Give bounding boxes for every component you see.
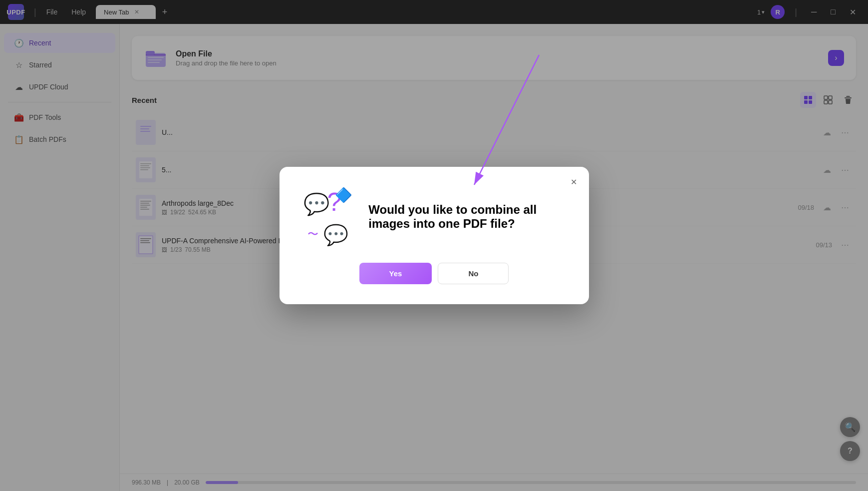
dialog-question: Would you like to combine all images int… [368, 203, 565, 231]
svg-line-37 [474, 55, 539, 185]
dialog-buttons: Yes No [303, 263, 565, 284]
dialog-text-area: Would you like to combine all images int… [368, 203, 565, 231]
dialog-illustration: 💬 ? 🔷 〜 💬 [303, 187, 353, 247]
modal-overlay: ✕ 💬 ? 🔷 〜 💬 Would you like to combine al… [0, 0, 868, 491]
dialog-close-button[interactable]: ✕ [567, 175, 581, 189]
chat-icon: 💬 [323, 223, 348, 247]
cube-icon: 🔷 [335, 187, 352, 203]
yes-button[interactable]: Yes [359, 263, 432, 284]
combine-dialog: ✕ 💬 ? 🔷 〜 💬 Would you like to combine al… [280, 167, 589, 304]
no-button[interactable]: No [438, 263, 509, 284]
speech-icon: 💬 [303, 192, 329, 216]
squiggle-icon: 〜 [307, 227, 318, 242]
dialog-content: 💬 ? 🔷 〜 💬 Would you like to combine all … [303, 187, 565, 247]
